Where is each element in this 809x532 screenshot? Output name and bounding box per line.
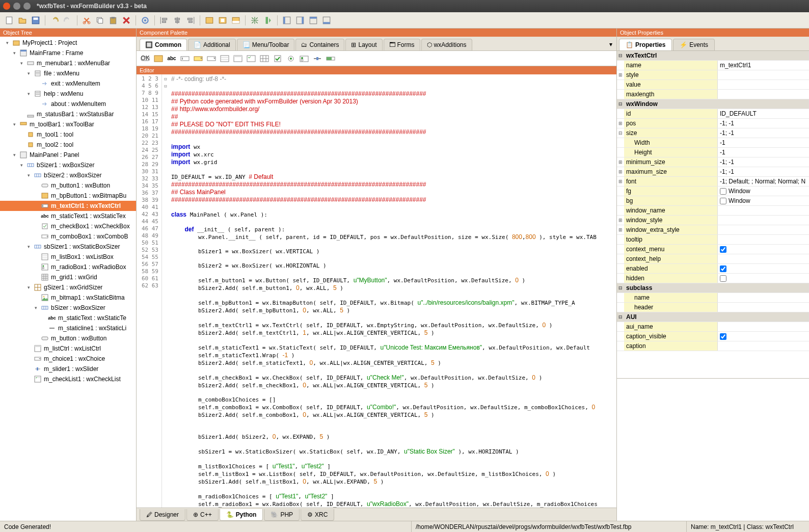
property-row[interactable]: header [617, 303, 809, 312]
events-tab[interactable]: ⚡ Events [673, 39, 715, 50]
object-tree[interactable]: ▾MyProject1 : Project▾MainFrame : Frame▾… [0, 37, 136, 521]
tree-item[interactable]: m_bpButton1 : wxBitmapBu [0, 191, 136, 201]
tree-item[interactable]: ▾m_menubar1 : wxMenuBar [0, 58, 136, 68]
property-value[interactable] [718, 333, 809, 340]
palette-textctrl-icon[interactable] [179, 54, 191, 64]
tree-item[interactable]: m_button : wxButton [0, 333, 136, 343]
property-category[interactable]: ⊟wxTextCtrl [617, 51, 809, 61]
prop-expand-icon[interactable]: ⊞ [617, 218, 624, 223]
property-value[interactable] [718, 275, 809, 282]
prop-expand-icon[interactable]: ⊞ [617, 227, 624, 232]
tree-item[interactable]: exit : wxMenuItem [0, 78, 136, 89]
palette-tab-forms[interactable]: 🗔 Forms [384, 39, 420, 50]
tree-expand-icon[interactable]: ▾ [11, 152, 17, 157]
tree-item[interactable]: ▾MainFrame : Frame [0, 48, 136, 58]
expand-button[interactable] [249, 14, 261, 26]
prop-expand-icon[interactable]: ⊞ [617, 72, 624, 77]
property-value[interactable] [718, 246, 809, 253]
property-row[interactable]: namem_textCtrl1 [617, 61, 809, 70]
property-row[interactable]: ⊟size-1; -1 [617, 128, 809, 138]
property-value[interactable] [718, 265, 809, 272]
property-value[interactable]: Window [718, 197, 809, 204]
tree-item[interactable]: m_staticline1 : wxStaticLi [0, 323, 136, 333]
property-value[interactable]: ID_DEFAULT [718, 110, 809, 117]
tree-item[interactable]: ▾m_toolBar1 : wxToolBar [0, 119, 136, 129]
property-row[interactable]: hidden [617, 274, 809, 283]
property-row[interactable]: ⊞window_extra_style [617, 225, 809, 235]
palette-checkbox-icon[interactable] [272, 54, 283, 64]
palette-dropdown[interactable]: ▾ [605, 39, 616, 50]
prop-expand-icon[interactable]: ⊟ [617, 285, 624, 290]
tree-expand-icon[interactable]: ▾ [18, 61, 24, 66]
stretch-button[interactable] [262, 14, 274, 26]
window-minimize-button[interactable] [13, 3, 20, 10]
cut-button[interactable] [80, 14, 93, 26]
tree-item[interactable]: m_checkList1 : wxCheckList [0, 374, 136, 384]
property-checkbox[interactable] [720, 198, 726, 204]
tree-item[interactable]: ▾file : wxMenu [0, 68, 136, 78]
palette-tab-wxadditions[interactable]: ⬡ wxAdditions [421, 39, 472, 50]
tree-expand-icon[interactable]: ▾ [33, 305, 39, 310]
tree-item[interactable]: abcm_staticText : wxStaticTe [0, 313, 136, 323]
property-row[interactable]: enabled [617, 264, 809, 274]
undo-button[interactable] [48, 14, 61, 26]
palette-grid-icon[interactable] [259, 54, 270, 64]
palette-slider-icon[interactable] [312, 54, 323, 64]
palette-tab-containers[interactable]: 🗂 Containers [295, 39, 344, 50]
property-row[interactable]: window_name [617, 206, 809, 216]
bottom-tab-python[interactable]: 🐍 Python [220, 509, 263, 521]
tree-item[interactable]: ▾sbSizer1 : wxStaticBoxSizer [0, 242, 136, 252]
property-category[interactable]: ⊟subclass [617, 283, 809, 293]
align-center-h-button[interactable] [171, 14, 183, 26]
paste-button[interactable] [107, 14, 119, 26]
palette-statictext-icon[interactable]: abc [166, 54, 177, 64]
property-value[interactable]: -1; -1 [718, 129, 809, 137]
align-left-button[interactable] [158, 14, 170, 26]
tree-item[interactable]: about : wxMenuItem [0, 99, 136, 109]
tree-expand-icon[interactable]: ▾ [25, 173, 32, 178]
tree-expand-icon[interactable]: ▾ [18, 163, 24, 168]
palette-tab-common[interactable]: 🔲 Common [140, 39, 187, 50]
tree-item[interactable]: m_comboBox1 : wxComboB [0, 231, 136, 242]
border-left-button[interactable] [281, 14, 293, 26]
property-checkbox[interactable] [720, 188, 726, 195]
palette-radio-icon[interactable] [285, 54, 296, 64]
property-row[interactable]: Height-1 [617, 148, 809, 157]
border-right-button[interactable] [294, 14, 306, 26]
prop-expand-icon[interactable]: ⊞ [617, 159, 624, 165]
tree-expand-icon[interactable]: ▾ [11, 122, 17, 127]
bottom-tab-php[interactable]: 🐘 PHP [264, 509, 300, 521]
tree-expand-icon[interactable]: ▾ [25, 91, 32, 96]
prop-expand-icon[interactable]: ⊟ [617, 53, 624, 58]
property-checkbox[interactable] [720, 275, 726, 282]
tree-item[interactable]: m_textCtrl1 : wxTextCtrl [0, 201, 136, 211]
property-checkbox[interactable] [720, 246, 726, 253]
tree-item[interactable]: ▾bSizer2 : wxBoxSizer [0, 170, 136, 180]
palette-listbox-icon[interactable] [219, 54, 230, 64]
palette-combobox-icon[interactable] [193, 54, 204, 64]
tree-item[interactable]: m_listCtrl : wxListCtrl [0, 343, 136, 354]
property-value[interactable]: -1 [718, 149, 809, 156]
property-row[interactable]: ⊞minimum_size-1; -1 [617, 157, 809, 167]
palette-bitmap-button-icon[interactable] [153, 54, 164, 64]
tree-expand-icon[interactable]: ▾ [25, 71, 32, 76]
property-checkbox[interactable] [720, 333, 726, 340]
copy-button[interactable] [94, 14, 106, 26]
align-bottom-button[interactable] [230, 14, 242, 26]
tree-item[interactable]: m_statusBar1 : wxStatusBar [0, 109, 136, 119]
palette-tab-layout[interactable]: ⊞ Layout [345, 39, 382, 50]
tree-item[interactable]: m_tool1 : tool [0, 129, 136, 140]
tree-item[interactable]: ▾bSizer1 : wxBoxSizer [0, 160, 136, 170]
tree-item[interactable]: abcm_staticText1 : wxStaticTex [0, 211, 136, 221]
tree-item[interactable]: m_slider1 : wxSlider [0, 364, 136, 374]
tree-expand-icon[interactable]: ▾ [11, 50, 17, 56]
prop-expand-icon[interactable]: ⊞ [617, 121, 624, 126]
property-value[interactable]: -1; -1 [718, 158, 809, 166]
tree-expand-icon[interactable]: ▾ [25, 244, 32, 249]
property-category[interactable]: ⊟AUI [617, 312, 809, 322]
palette-radiobox-icon[interactable] [299, 54, 310, 64]
property-row[interactable]: name [617, 293, 809, 303]
property-row[interactable]: ⊞style [617, 70, 809, 80]
tree-item[interactable]: ▾gSizer1 : wxGridSizer [0, 282, 136, 292]
property-row[interactable]: ⊞font-1; Default; ; Normal; Normal; N [617, 177, 809, 187]
